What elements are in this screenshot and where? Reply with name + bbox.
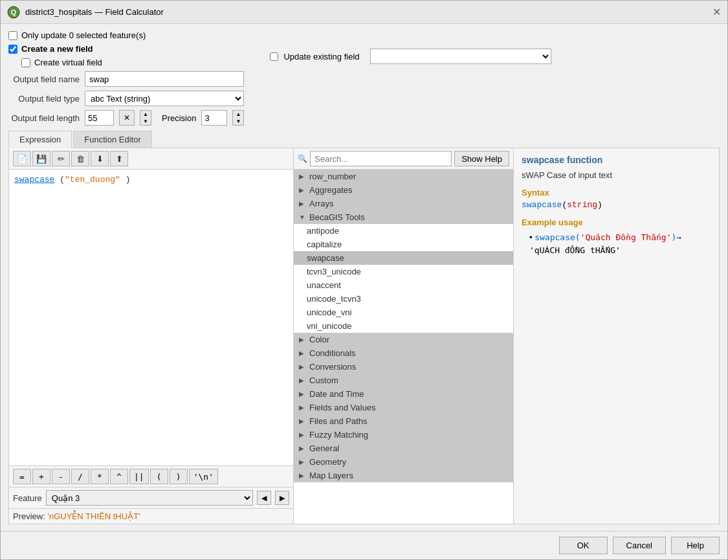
- create-virtual-row: Create virtual field: [8, 58, 244, 67]
- tree-arrow-aggregates: ▶: [299, 186, 307, 194]
- tree-item-custom[interactable]: ▶ Custom: [294, 374, 513, 387]
- precision-input[interactable]: [201, 110, 227, 126]
- new-expression-button[interactable]: 📄: [13, 151, 31, 166]
- update-existing-checkbox[interactable]: [270, 52, 278, 61]
- tree-label-fuzzy-matching: Fuzzy Matching: [309, 430, 368, 440]
- output-field-name-row: Output field name: [8, 71, 244, 87]
- search-icon: 🔍: [298, 154, 307, 163]
- update-existing-label: Update existing field: [283, 52, 359, 62]
- length-spin-up[interactable]: ▲: [140, 111, 151, 118]
- tree-item-geometry[interactable]: ▶ Geometry: [294, 455, 513, 469]
- edit-expression-button[interactable]: ✏: [52, 151, 70, 166]
- title-bar-left: Q district3_hospitals — Field Calculator: [7, 6, 164, 19]
- tree-item-fields-and-values[interactable]: ▶ Fields and Values: [294, 401, 513, 414]
- syntax-line: swapcase(string): [522, 200, 711, 210]
- qgis-logo-icon: Q: [7, 6, 20, 19]
- tree-item-swapcase[interactable]: swapcase: [294, 251, 513, 265]
- syntax-param: string: [567, 200, 597, 210]
- tree-label-capitalize: capitalize: [307, 240, 342, 249]
- ok-button[interactable]: OK: [559, 537, 608, 554]
- tree-arrow-map-layers: ▶: [299, 472, 307, 479]
- op-equals[interactable]: =: [13, 469, 31, 484]
- op-minus[interactable]: -: [52, 469, 70, 484]
- tree-item-conditionals[interactable]: ▶ Conditionals: [294, 346, 513, 360]
- tree-item-conversions[interactable]: ▶ Conversions: [294, 360, 513, 374]
- tree-item-aggregates[interactable]: ▶ Aggregates: [294, 183, 513, 197]
- tree-item-capitalize[interactable]: capitalize: [294, 238, 513, 251]
- op-multiply[interactable]: *: [91, 469, 109, 484]
- main-area: 📄 💾 ✏ 🗑 ⬇ ⬆ swapcase ("ten_duong" ) = + …: [8, 148, 720, 524]
- feature-select[interactable]: Quận 3: [46, 490, 253, 506]
- search-input[interactable]: [310, 151, 452, 166]
- create-new-field-row: Create a new field: [8, 44, 244, 54]
- precision-spin-down[interactable]: ▼: [233, 118, 243, 125]
- tree-item-unaccent[interactable]: unaccent: [294, 278, 513, 292]
- output-field-length-input[interactable]: [85, 110, 114, 126]
- op-plus[interactable]: +: [32, 469, 50, 484]
- update-existing-select[interactable]: [370, 49, 551, 64]
- next-feature-button[interactable]: ▶: [275, 491, 289, 505]
- op-power[interactable]: ^: [110, 469, 128, 484]
- save-expression-button[interactable]: 💾: [32, 151, 50, 166]
- precision-spinner: ▲ ▼: [232, 110, 244, 126]
- tree-label-fields-and-values: Fields and Values: [309, 403, 375, 412]
- close-button[interactable]: ✕: [712, 7, 721, 17]
- tree-item-vni-unicode[interactable]: vni_unicode: [294, 319, 513, 333]
- tree-label-color: Color: [309, 335, 329, 344]
- example-func-call: swapcase(: [535, 232, 580, 242]
- title-bar-text: district3_hospitals — Field Calculator: [25, 7, 164, 17]
- only-update-checkbox[interactable]: [8, 31, 17, 40]
- content-area: Only update 0 selected feature(s) Create…: [1, 24, 727, 531]
- precision-label: Precision: [162, 113, 196, 123]
- expression-text-area[interactable]: swapcase ("ten_duong" ): [9, 170, 293, 465]
- tree-label-geometry: Geometry: [309, 457, 346, 467]
- tree-label-aggregates: Aggregates: [309, 185, 353, 195]
- tree-item-unicode-vni[interactable]: unicode_vni: [294, 306, 513, 319]
- tree-item-unicode-tcvn3[interactable]: unicode_tcvn3: [294, 292, 513, 306]
- export-expression-button[interactable]: ⬆: [110, 151, 128, 166]
- length-spin-down[interactable]: ▼: [140, 118, 151, 125]
- create-virtual-checkbox[interactable]: [21, 58, 30, 67]
- op-open-paren[interactable]: (: [150, 469, 168, 484]
- show-help-button[interactable]: Show Help: [454, 151, 509, 166]
- tree-item-antipode[interactable]: antipode: [294, 224, 513, 238]
- tree-item-date-and-time[interactable]: ▶ Date and Time: [294, 387, 513, 401]
- example-arrow: →: [676, 232, 681, 242]
- cancel-button[interactable]: Cancel: [613, 537, 666, 554]
- feature-row: Feature Quận 3 ◀ ▶: [9, 487, 293, 508]
- tree-arrow-date-and-time: ▶: [299, 390, 307, 398]
- tree-item-files-and-paths[interactable]: ▶ Files and Paths: [294, 414, 513, 428]
- tree-item-becagis-tools[interactable]: ▼ BecaGIS Tools: [294, 210, 513, 224]
- tab-expression[interactable]: Expression: [8, 131, 72, 148]
- create-new-field-checkbox[interactable]: [8, 45, 17, 54]
- tab-function-editor[interactable]: Function Editor: [73, 131, 151, 148]
- title-bar: Q district3_hospitals — Field Calculator…: [1, 1, 727, 24]
- tree-item-tcvn3-unicode[interactable]: tcvn3_unicode: [294, 265, 513, 278]
- tree-item-fuzzy-matching[interactable]: ▶ Fuzzy Matching: [294, 428, 513, 442]
- tree-item-arrays[interactable]: ▶ Arrays: [294, 197, 513, 210]
- delete-expression-button[interactable]: 🗑: [71, 151, 89, 166]
- tree-label-antipode: antipode: [307, 226, 339, 236]
- precision-spin-up[interactable]: ▲: [233, 111, 243, 118]
- preview-value: 'nGUYỄN THIÊN tHUẬT': [47, 511, 140, 521]
- prev-feature-button[interactable]: ◀: [257, 491, 271, 505]
- op-concat[interactable]: ||: [129, 469, 149, 484]
- tree-label-becagis-tools: BecaGIS Tools: [309, 212, 365, 222]
- tree-label-general: General: [309, 443, 339, 453]
- expression-function: swapcase: [14, 175, 54, 185]
- tree-item-map-layers[interactable]: ▶ Map Layers: [294, 469, 513, 482]
- tree-arrow-general: ▶: [299, 445, 307, 452]
- help-button[interactable]: Help: [671, 537, 720, 554]
- tree-item-general[interactable]: ▶ General: [294, 442, 513, 455]
- length-clear-button[interactable]: ✕: [119, 110, 135, 126]
- output-field-type-select[interactable]: abc Text (string): [85, 91, 244, 106]
- op-divide[interactable]: /: [71, 469, 89, 484]
- load-expression-button[interactable]: ⬇: [91, 151, 109, 166]
- op-newline[interactable]: '\n': [189, 469, 218, 484]
- tree-item-row-number[interactable]: ▶ row_number: [294, 170, 513, 183]
- tree-label-files-and-paths: Files and Paths: [309, 416, 368, 426]
- output-field-name-input[interactable]: [85, 71, 244, 87]
- tree-item-color[interactable]: ▶ Color: [294, 333, 513, 346]
- op-close-paren[interactable]: ): [170, 469, 188, 484]
- syntax-paren-close: ): [597, 200, 602, 210]
